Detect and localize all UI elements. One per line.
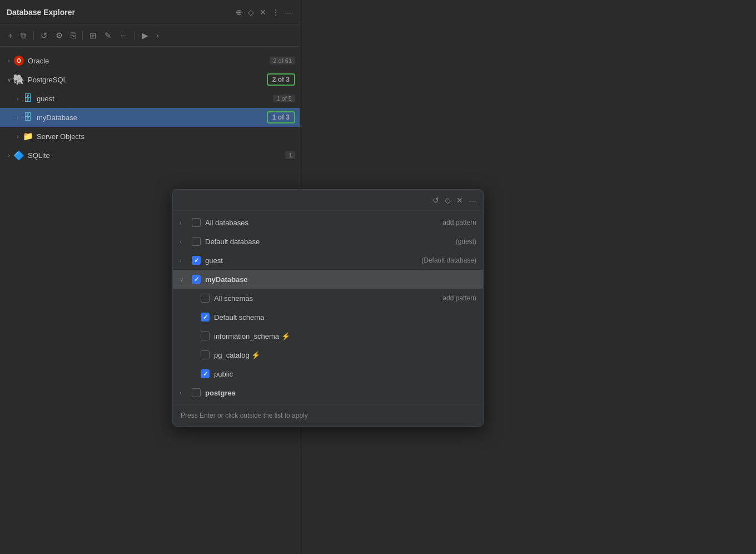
server-objects-icon: 📁 [22, 131, 33, 142]
expand-mydatabase[interactable]: › [13, 113, 22, 122]
default-schema-label: Default schema [214, 313, 476, 321]
tree-item-guest[interactable]: › 🗄 guest 1 of 5 [0, 89, 300, 108]
checkbox-all-schemas[interactable] [201, 294, 210, 303]
mydatabase-label: myDatabase [37, 113, 263, 122]
oracle-icon: O [13, 55, 24, 66]
tree-item-sqlite[interactable]: › 🔷 SQLite 1 [0, 146, 300, 165]
minimize-icon[interactable]: — [285, 8, 293, 17]
popup-item-guest[interactable]: › guest (Default database) [173, 251, 483, 270]
guest-popup-sub: (Default database) [421, 256, 476, 264]
popup-footer: Press Enter or click outside the list to… [173, 404, 483, 426]
checkbox-default-schema[interactable] [201, 313, 210, 321]
checkbox-postgres[interactable] [192, 388, 201, 397]
checkbox-public[interactable] [201, 369, 210, 378]
default-database-label: Default database [205, 238, 449, 246]
guest-db-icon: 🗄 [22, 93, 33, 104]
popup-item-public[interactable]: public [173, 364, 483, 383]
popup-item-all-databases[interactable]: › All databases add pattern [173, 213, 483, 232]
expand-postgresql[interactable]: ∨ [4, 75, 13, 84]
postgresql-icon: 🐘 [13, 74, 24, 85]
information-schema-label: information_schema ⚡ [214, 332, 476, 340]
separator2 [82, 31, 83, 40]
tree-item-mydatabase[interactable]: › 🗄 myDatabase 1 of 3 [0, 108, 300, 127]
checkbox-default-database[interactable] [192, 237, 201, 246]
popup-item-pg-catalog[interactable]: pg_catalog ⚡ [173, 345, 483, 364]
sqlite-label: SQLite [28, 151, 282, 160]
popup-diamond-icon[interactable]: ◇ [445, 196, 451, 205]
expand-sqlite[interactable]: › [4, 151, 13, 160]
separator3 [135, 31, 135, 40]
postgres-label: postgres [205, 389, 476, 397]
connect-icon[interactable]: ⎘ [68, 29, 78, 41]
guest-badge: 1 of 5 [273, 95, 295, 102]
settings-icon[interactable]: ⚙ [53, 29, 65, 42]
default-database-sub: (guest) [456, 238, 476, 245]
grid-icon[interactable]: ⊞ [87, 29, 99, 42]
expand-default-db-icon[interactable]: › [180, 239, 187, 245]
tree-item-server-objects[interactable]: › 📁 Server Objects [0, 127, 300, 146]
copy-icon[interactable]: ⧉ [18, 29, 29, 42]
expand-server-objects[interactable]: › [13, 132, 22, 141]
more-icon[interactable]: ⋮ [272, 8, 280, 17]
mydatabase-popup-label: myDatabase [205, 275, 476, 284]
oracle-badge: 2 of 61 [270, 57, 295, 65]
lightning-info: ⚡ [281, 332, 290, 340]
back-icon[interactable]: ← [117, 29, 130, 41]
checkbox-mydatabase[interactable] [192, 275, 201, 284]
refresh-icon[interactable]: ↺ [38, 29, 50, 42]
checkbox-guest[interactable] [192, 256, 201, 265]
popup-close-icon[interactable]: ✕ [456, 196, 463, 205]
edit-icon[interactable]: ✎ [102, 29, 114, 42]
separator [33, 31, 34, 40]
popup-footer-text: Press Enter or click outside the list to… [181, 412, 308, 419]
popup-minimize-icon[interactable]: — [469, 196, 476, 205]
checkbox-information-schema[interactable] [201, 332, 210, 340]
add-pattern-schemas: add pattern [442, 294, 476, 302]
play-icon[interactable]: ▶ [140, 29, 151, 42]
checkbox-all-databases[interactable] [192, 218, 201, 227]
mydatabase-badge: 1 of 3 [267, 111, 295, 123]
popup-item-default-database[interactable]: › Default database (guest) [173, 232, 483, 251]
close-icon[interactable]: ✕ [260, 8, 266, 17]
target-icon[interactable]: ⊕ [236, 8, 242, 17]
lightning-pg: ⚡ [251, 351, 260, 359]
postgresql-badge: 2 of 3 [267, 73, 295, 86]
diamond-icon[interactable]: ◇ [248, 8, 254, 17]
guest-label: guest [37, 95, 270, 103]
toolbar: + ⧉ ↺ ⚙ ⎘ ⊞ ✎ ← ▶ › [0, 24, 300, 47]
panel-title: Database Explorer [7, 8, 236, 17]
tree: › O Oracle 2 of 61 ∨ 🐘 PostgreSQL 2 of 3… [0, 47, 300, 169]
postgresql-label: PostgreSQL [28, 76, 263, 84]
expand-all-db-icon[interactable]: › [180, 220, 187, 226]
checkbox-pg-catalog[interactable] [201, 350, 210, 359]
sqlite-icon: 🔷 [13, 150, 24, 161]
sqlite-badge: 1 [285, 151, 295, 159]
forward-icon[interactable]: › [154, 29, 161, 41]
title-icons: ⊕ ◇ ✕ ⋮ — [236, 8, 293, 17]
popup-item-mydatabase[interactable]: ∨ myDatabase [173, 270, 483, 289]
pg-catalog-label: pg_catalog ⚡ [214, 351, 476, 359]
title-bar: Database Explorer ⊕ ◇ ✕ ⋮ — [0, 0, 300, 24]
expand-guest-icon[interactable]: › [180, 258, 187, 264]
tree-item-oracle[interactable]: › O Oracle 2 of 61 [0, 51, 300, 70]
popup-list: › All databases add pattern › Default da… [173, 211, 483, 404]
expand-mydatabase-icon[interactable]: ∨ [180, 276, 187, 283]
popup-item-postgres[interactable]: › postgres [173, 383, 483, 402]
public-label: public [214, 370, 476, 378]
guest-popup-label: guest [205, 256, 415, 265]
all-databases-label: All databases [205, 219, 434, 227]
popup-item-all-schemas[interactable]: All schemas add pattern [173, 289, 483, 308]
expand-oracle[interactable]: › [4, 56, 13, 65]
mydatabase-icon: 🗄 [22, 112, 33, 123]
popup-header: ↺ ◇ ✕ — [173, 190, 483, 211]
database-selector-popup: ↺ ◇ ✕ — › All databases add pattern › De… [172, 189, 484, 427]
expand-postgres-icon[interactable]: › [180, 390, 187, 396]
popup-refresh-icon[interactable]: ↺ [432, 196, 439, 205]
expand-guest[interactable]: › [13, 94, 22, 103]
tree-item-postgresql[interactable]: ∨ 🐘 PostgreSQL 2 of 3 [0, 70, 300, 89]
popup-item-default-schema[interactable]: Default schema [173, 308, 483, 327]
server-objects-label: Server Objects [37, 132, 295, 141]
oracle-label: Oracle [28, 57, 266, 65]
add-icon[interactable]: + [6, 29, 15, 41]
popup-item-information-schema[interactable]: information_schema ⚡ [173, 327, 483, 345]
